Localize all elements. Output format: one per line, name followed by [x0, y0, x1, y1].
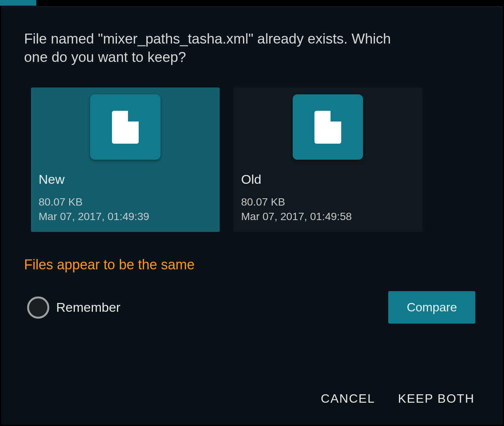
file-icon-box [90, 94, 160, 160]
file-option-label: New [39, 172, 65, 187]
file-conflict-dialog: File named "mixer_paths_tasha.xml" alrea… [1, 6, 503, 425]
keep-both-button[interactable]: KEEP BOTH [398, 392, 475, 406]
dialog-title: File named "mixer_paths_tasha.xml" alrea… [24, 30, 406, 66]
cancel-button[interactable]: CANCEL [321, 392, 375, 406]
file-size: 80.07 KB [241, 196, 285, 208]
radio-icon [27, 296, 49, 319]
file-option-new[interactable]: New 80.07 KB Mar 07, 2017, 01:49:39 [31, 87, 220, 232]
dialog-actions: CANCEL KEEP BOTH [24, 392, 480, 413]
document-icon [112, 111, 139, 144]
file-icon-box [293, 94, 363, 160]
remember-label: Remember [56, 300, 120, 315]
file-size: 80.07 KB [39, 196, 83, 208]
file-cards-row: New 80.07 KB Mar 07, 2017, 01:49:39 Old … [24, 87, 480, 232]
file-option-label: Old [241, 172, 261, 187]
remember-checkbox[interactable]: Remember [27, 296, 120, 319]
controls-row: Remember Compare [24, 291, 480, 324]
file-option-old[interactable]: Old 80.07 KB Mar 07, 2017, 01:49:58 [233, 87, 422, 232]
file-date: Mar 07, 2017, 01:49:39 [39, 211, 149, 223]
document-icon [314, 111, 341, 144]
compare-button[interactable]: Compare [388, 291, 475, 324]
file-date: Mar 07, 2017, 01:49:58 [241, 211, 352, 223]
status-message: Files appear to be the same [24, 257, 480, 273]
top-accent-bar [0, 0, 36, 6]
